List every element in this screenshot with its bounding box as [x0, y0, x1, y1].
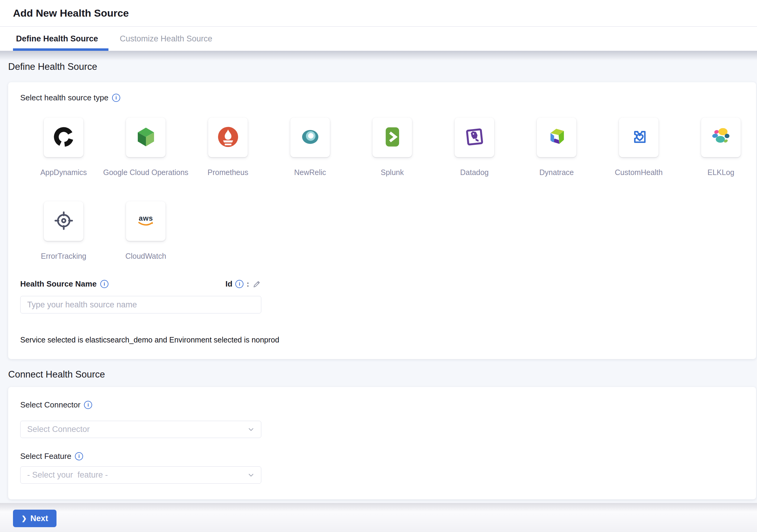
health-source-type-grid-row-2: ErrorTracking aws CloudWatch	[44, 201, 166, 261]
health-source-name-row: Health Source Name i Id i :	[20, 279, 261, 289]
next-button-label: Next	[31, 514, 48, 523]
health-source-tile[interactable]	[619, 118, 658, 157]
tab-customize-health-source[interactable]: Customize Health Source	[120, 34, 212, 44]
feature-dropdown[interactable]: - Select your feature -	[20, 466, 261, 484]
health-source-type-errortracking[interactable]: ErrorTracking	[44, 201, 83, 261]
health-source-label: Datadog	[460, 168, 489, 177]
define-health-source-card: Select health source type i AppDynamics	[8, 82, 756, 359]
info-icon[interactable]: i	[75, 452, 83, 460]
cloudwatch-icon: aws	[135, 209, 157, 234]
health-source-tile[interactable]	[44, 118, 83, 157]
chevron-down-icon	[247, 471, 255, 479]
id-label: Id	[225, 279, 232, 289]
select-type-label: Select health source type	[20, 93, 108, 103]
id-colon: :	[247, 279, 249, 289]
active-tab-underline	[13, 48, 108, 51]
connect-section-heading: Connect Health Source	[8, 369, 105, 380]
page-header: Add New Health Source	[0, 0, 757, 27]
health-source-type-customhealth[interactable]: CustomHealth	[619, 118, 658, 177]
health-source-tile[interactable]	[290, 118, 330, 157]
health-source-tile[interactable]	[537, 118, 576, 157]
health-source-tile[interactable]: aws	[126, 201, 166, 241]
health-source-label: ErrorTracking	[41, 252, 86, 261]
connect-health-source-card: Select Connector i Select Connector Sele…	[8, 387, 756, 499]
health-source-label: Prometheus	[207, 168, 248, 177]
appdynamics-icon	[52, 125, 75, 150]
info-icon[interactable]: i	[100, 280, 108, 288]
define-section-heading: Define Health Source	[8, 61, 97, 72]
health-source-name-label: Health Source Name	[20, 279, 97, 289]
dynatrace-icon	[545, 125, 568, 150]
health-source-label: ELKLog	[708, 168, 734, 177]
select-type-row: Select health source type i	[20, 93, 120, 103]
health-source-type-google-cloud-operations[interactable]: Google Cloud Operations	[126, 118, 166, 177]
select-connector-label-row: Select Connector i	[20, 400, 92, 410]
elklog-icon	[710, 125, 733, 150]
health-source-tile[interactable]	[701, 118, 741, 157]
edit-id-pencil-icon[interactable]	[252, 280, 261, 289]
tab-bar: Define Health Source Customize Health So…	[0, 27, 757, 51]
health-source-tile[interactable]	[44, 201, 83, 241]
health-source-label: Dynatrace	[539, 168, 574, 177]
select-feature-label: Select Feature	[20, 452, 71, 461]
health-source-type-cloudwatch[interactable]: aws CloudWatch	[126, 201, 166, 261]
customhealth-icon	[627, 125, 651, 150]
health-source-label: CloudWatch	[125, 252, 166, 261]
info-icon[interactable]: i	[112, 94, 120, 102]
svg-text:aws: aws	[139, 214, 153, 222]
chevron-right-icon: ❯	[21, 515, 27, 522]
service-environment-note: Service selected is elasticsearch_demo a…	[20, 335, 279, 344]
health-source-type-datadog[interactable]: Datadog	[455, 118, 494, 177]
chevron-down-icon	[247, 425, 255, 433]
health-source-label: AppDynamics	[40, 168, 87, 177]
info-icon[interactable]: i	[235, 280, 243, 288]
health-source-label: Google Cloud Operations	[103, 168, 188, 177]
tab-bar-shadow	[0, 51, 757, 60]
errortracking-icon	[52, 209, 75, 234]
id-group: Id i :	[225, 279, 261, 289]
newrelic-icon	[299, 125, 322, 150]
prometheus-icon	[217, 125, 240, 150]
info-icon[interactable]: i	[84, 401, 92, 409]
health-source-name-input[interactable]	[20, 296, 261, 313]
health-source-type-appdynamics[interactable]: AppDynamics	[44, 118, 83, 177]
health-source-type-elklog[interactable]: ELKLog	[701, 118, 741, 177]
select-feature-label-row: Select Feature i	[20, 452, 83, 461]
health-source-label: CustomHealth	[615, 168, 662, 177]
health-source-type-splunk[interactable]: Splunk	[373, 118, 412, 177]
connector-dropdown[interactable]: Select Connector	[20, 421, 261, 438]
connector-dropdown-placeholder: Select Connector	[27, 425, 90, 434]
add-health-source-page: Add New Health Source Define Health Sour…	[0, 0, 757, 532]
page-title: Add New Health Source	[13, 7, 129, 19]
select-connector-label: Select Connector	[20, 400, 80, 410]
datadog-icon	[463, 125, 486, 150]
footer-bar: ❯ Next	[0, 503, 757, 532]
tab-define-health-source[interactable]: Define Health Source	[16, 34, 98, 44]
health-source-type-prometheus[interactable]: Prometheus	[208, 118, 248, 177]
health-source-label: Splunk	[380, 168, 404, 177]
health-source-type-dynatrace[interactable]: Dynatrace	[537, 118, 576, 177]
splunk-icon	[381, 125, 404, 150]
health-source-type-newrelic[interactable]: NewRelic	[290, 118, 330, 177]
next-button[interactable]: ❯ Next	[13, 510, 56, 527]
health-source-tile[interactable]	[208, 118, 248, 157]
health-source-type-grid-row-1: AppDynamics Google Cloud Operations	[44, 118, 741, 177]
health-source-tile[interactable]	[455, 118, 494, 157]
google-cloud-operations-icon	[135, 125, 157, 150]
health-source-tile[interactable]	[373, 118, 412, 157]
health-source-label: NewRelic	[294, 168, 326, 177]
feature-dropdown-placeholder: - Select your feature -	[27, 470, 108, 480]
health-source-tile[interactable]	[126, 118, 166, 157]
